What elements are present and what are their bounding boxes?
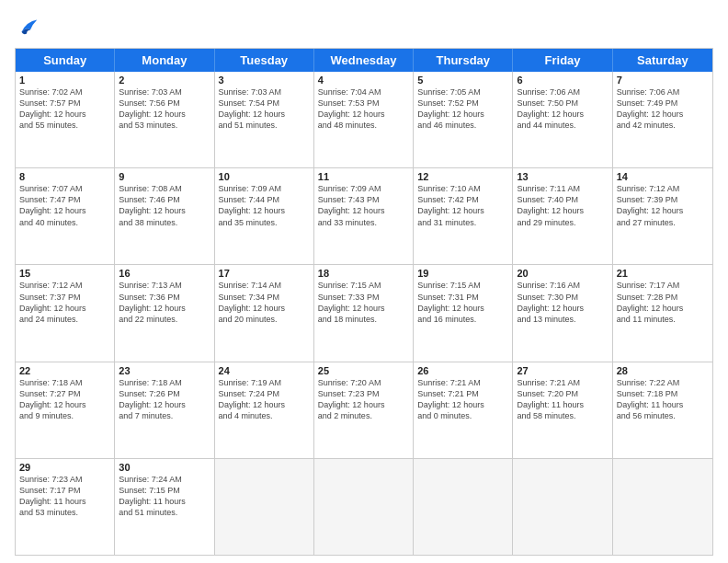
cell-info-line: Sunset: 7:47 PM (19, 194, 110, 205)
empty-cell (513, 459, 612, 555)
cell-info-line: and 11 minutes. (617, 314, 709, 325)
day-number: 22 (19, 365, 110, 376)
day-number: 18 (318, 268, 409, 279)
cell-info-line: Sunrise: 7:17 AM (617, 280, 709, 291)
day-cell-23: 23Sunrise: 7:18 AMSunset: 7:26 PMDayligh… (115, 362, 214, 458)
day-number: 20 (517, 268, 608, 279)
cell-info-line: Sunrise: 7:15 AM (417, 280, 508, 291)
logo (15, 15, 44, 40)
cell-info-line: Sunrise: 7:04 AM (318, 86, 409, 98)
cell-info-line: Sunset: 7:36 PM (119, 292, 210, 303)
cell-info-line: and 51 minutes. (219, 120, 310, 131)
cell-info-line: Sunset: 7:27 PM (19, 388, 110, 399)
cell-info-line: Daylight: 12 hours (219, 205, 310, 216)
day-cell-15: 15Sunrise: 7:12 AMSunset: 7:37 PMDayligh… (16, 265, 115, 361)
header-day-monday: Monday (115, 49, 214, 72)
cell-info-line: Sunset: 7:44 PM (219, 194, 310, 205)
day-number: 8 (19, 171, 110, 182)
cell-info-line: Sunrise: 7:07 AM (19, 183, 110, 194)
cell-info-line: and 29 minutes. (517, 217, 608, 228)
cell-info-line: and 55 minutes. (19, 120, 110, 131)
cell-info-line: Sunset: 7:23 PM (318, 388, 409, 399)
cell-info-line: Daylight: 12 hours (19, 205, 110, 216)
day-cell-11: 11Sunrise: 7:09 AMSunset: 7:43 PMDayligh… (314, 168, 414, 264)
day-cell-2: 2Sunrise: 7:03 AMSunset: 7:56 PMDaylight… (115, 72, 214, 167)
cell-info-line: and 44 minutes. (517, 120, 608, 131)
cell-info-line: and 13 minutes. (517, 314, 608, 325)
day-number: 10 (219, 171, 310, 182)
header-day-thursday: Thursday (414, 49, 513, 72)
cell-info-line: Daylight: 12 hours (318, 205, 409, 216)
cell-info-line: and 42 minutes. (617, 120, 709, 131)
day-cell-19: 19Sunrise: 7:15 AMSunset: 7:31 PMDayligh… (414, 265, 513, 361)
day-cell-17: 17Sunrise: 7:14 AMSunset: 7:34 PMDayligh… (215, 265, 314, 361)
cell-info-line: Sunset: 7:31 PM (417, 292, 508, 303)
cell-info-line: and 40 minutes. (19, 217, 110, 228)
cell-info-line: and 53 minutes. (119, 120, 210, 131)
cell-info-line: Sunrise: 7:22 AM (617, 377, 709, 388)
empty-cell (215, 459, 314, 555)
day-cell-29: 29Sunrise: 7:23 AMSunset: 7:17 PMDayligh… (16, 459, 115, 555)
cell-info-line: Sunrise: 7:12 AM (617, 183, 709, 194)
day-cell-28: 28Sunrise: 7:22 AMSunset: 7:18 PMDayligh… (613, 362, 712, 458)
cell-info-line: and 4 minutes. (219, 410, 310, 421)
cell-info-line: Sunrise: 7:06 AM (517, 86, 608, 98)
cell-info-line: Daylight: 12 hours (617, 109, 709, 120)
cell-info-line: Sunrise: 7:03 AM (119, 86, 210, 98)
day-cell-18: 18Sunrise: 7:15 AMSunset: 7:33 PMDayligh… (314, 265, 414, 361)
day-cell-20: 20Sunrise: 7:16 AMSunset: 7:30 PMDayligh… (513, 265, 612, 361)
calendar-row: 1Sunrise: 7:02 AMSunset: 7:57 PMDaylight… (16, 72, 712, 167)
cell-info-line: Sunrise: 7:09 AM (219, 183, 310, 194)
day-number: 7 (617, 75, 709, 86)
cell-info-line: Daylight: 12 hours (119, 303, 210, 314)
day-number: 1 (19, 75, 110, 86)
cell-info-line: Sunrise: 7:11 AM (517, 183, 608, 194)
day-number: 4 (318, 75, 409, 86)
cell-info-line: and 51 minutes. (119, 507, 210, 518)
header-day-friday: Friday (513, 49, 612, 72)
cell-info-line: Sunrise: 7:24 AM (119, 474, 210, 485)
calendar-body: 1Sunrise: 7:02 AMSunset: 7:57 PMDaylight… (16, 72, 712, 555)
cell-info-line: Sunrise: 7:09 AM (318, 183, 409, 194)
cell-info-line: Daylight: 12 hours (417, 205, 508, 216)
calendar: SundayMondayTuesdayWednesdayThursdayFrid… (15, 48, 713, 556)
cell-info-line: Daylight: 12 hours (219, 303, 310, 314)
cell-info-line: Sunset: 7:18 PM (617, 388, 709, 399)
day-cell-16: 16Sunrise: 7:13 AMSunset: 7:36 PMDayligh… (115, 265, 214, 361)
cell-info-line: Sunset: 7:54 PM (219, 98, 310, 109)
cell-info-line: Sunset: 7:28 PM (617, 292, 709, 303)
header-day-tuesday: Tuesday (215, 49, 314, 72)
cell-info-line: Sunset: 7:24 PM (219, 388, 310, 399)
day-cell-3: 3Sunrise: 7:03 AMSunset: 7:54 PMDaylight… (215, 72, 314, 167)
day-cell-13: 13Sunrise: 7:11 AMSunset: 7:40 PMDayligh… (513, 168, 612, 264)
cell-info-line: Sunset: 7:39 PM (617, 194, 709, 205)
cell-info-line: Sunrise: 7:21 AM (517, 377, 608, 388)
cell-info-line: Sunset: 7:30 PM (517, 292, 608, 303)
logo-bird-icon (15, 15, 40, 40)
empty-cell (414, 459, 513, 555)
cell-info-line: and 31 minutes. (417, 217, 508, 228)
cell-info-line: and 56 minutes. (617, 410, 709, 421)
cell-info-line: and 16 minutes. (417, 314, 508, 325)
day-cell-26: 26Sunrise: 7:21 AMSunset: 7:21 PMDayligh… (414, 362, 513, 458)
cell-info-line: Daylight: 12 hours (318, 399, 409, 410)
cell-info-line: Sunrise: 7:05 AM (417, 86, 508, 98)
calendar-header: SundayMondayTuesdayWednesdayThursdayFrid… (16, 49, 712, 72)
cell-info-line: Daylight: 12 hours (119, 399, 210, 410)
cell-info-line: Daylight: 12 hours (19, 303, 110, 314)
day-number: 27 (517, 365, 608, 376)
cell-info-line: Sunset: 7:33 PM (318, 292, 409, 303)
cell-info-line: and 20 minutes. (219, 314, 310, 325)
cell-info-line: Sunset: 7:21 PM (417, 388, 508, 399)
cell-info-line: Daylight: 11 hours (617, 399, 709, 410)
day-number: 29 (19, 462, 110, 473)
cell-info-line: Daylight: 12 hours (119, 205, 210, 216)
cell-info-line: and 2 minutes. (318, 410, 409, 421)
day-cell-30: 30Sunrise: 7:24 AMSunset: 7:15 PMDayligh… (115, 459, 214, 555)
day-number: 13 (517, 171, 608, 182)
cell-info-line: Sunset: 7:40 PM (517, 194, 608, 205)
day-cell-1: 1Sunrise: 7:02 AMSunset: 7:57 PMDaylight… (16, 72, 115, 167)
cell-info-line: Daylight: 12 hours (517, 109, 608, 120)
header (15, 15, 713, 40)
cell-info-line: Sunrise: 7:18 AM (119, 377, 210, 388)
